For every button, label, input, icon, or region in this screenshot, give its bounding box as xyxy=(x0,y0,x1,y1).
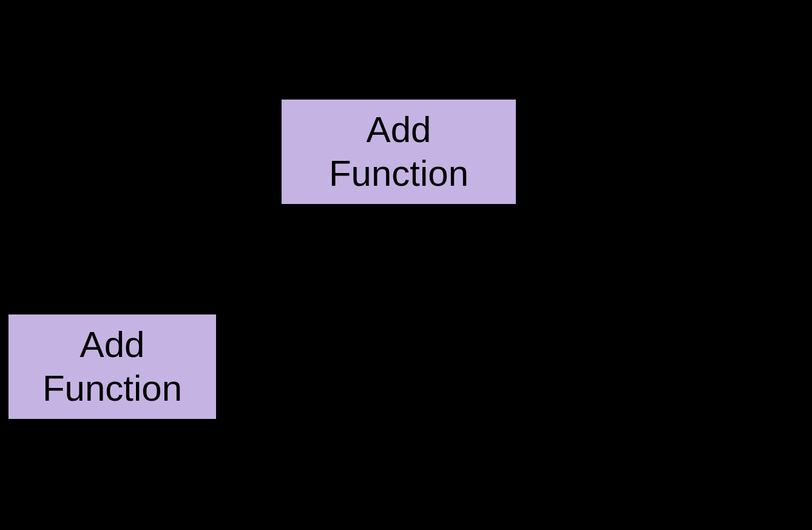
add-function-node-bottom-label: Add Function xyxy=(42,323,182,410)
add-function-node-top-label: Add Function xyxy=(329,108,469,195)
add-function-node-top[interactable]: Add Function xyxy=(280,98,517,205)
add-function-node-bottom[interactable]: Add Function xyxy=(7,313,217,420)
